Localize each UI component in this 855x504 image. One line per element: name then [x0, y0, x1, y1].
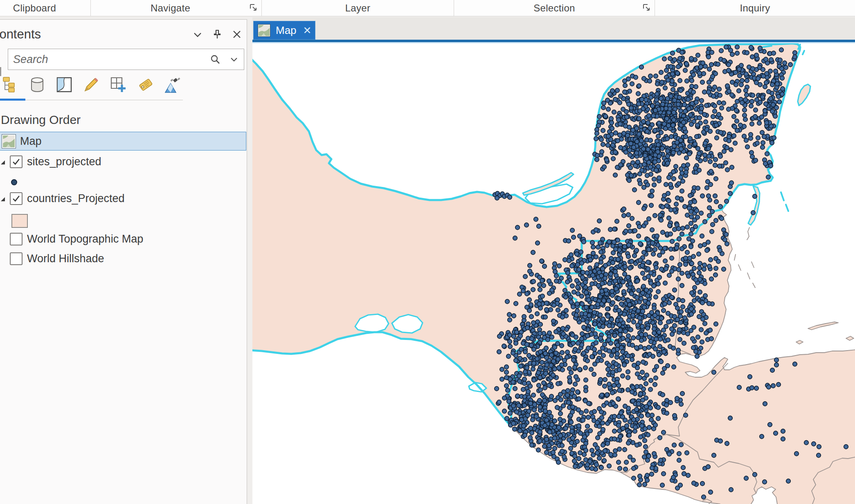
map-tab-label: Map [276, 24, 297, 37]
contents-toolbar [0, 75, 182, 97]
ribbon-group-label: Navigate [151, 2, 190, 14]
active-tab-underline [0, 99, 25, 101]
list-by-selection-icon[interactable] [55, 75, 74, 94]
ribbon-group-clipboard: Clipboard [0, 0, 91, 16]
layer-symbol-row-point[interactable] [0, 174, 247, 190]
list-by-drawing-order-icon[interactable] [1, 75, 20, 94]
map-viewport[interactable] [252, 43, 855, 504]
ribbon-group-inquiry: Inquiry [655, 0, 855, 16]
list-by-perspective-icon[interactable] [163, 75, 182, 94]
pane-title: Contents [0, 27, 41, 42]
map-canvas[interactable] [252, 43, 855, 504]
dialog-launcher-icon[interactable] [249, 3, 258, 12]
map-tab-thumbnail-icon [258, 24, 270, 37]
layer-label: sites_projected [27, 155, 101, 168]
search-input[interactable]: Search [8, 53, 209, 66]
layer-row-world-hillshade[interactable]: World Hillshade [0, 251, 247, 266]
bay-islands[interactable] [796, 322, 854, 344]
map-tab-close-icon[interactable]: ✕ [303, 25, 312, 36]
map-tab-strip: Map ✕ [252, 17, 855, 40]
list-by-data-source-icon[interactable] [28, 75, 47, 94]
layer-label: Map [20, 135, 42, 148]
ribbon: Clipboard Navigate Layer Selection Inqui… [0, 0, 855, 16]
cropped-edge-artifact [0, 67, 1, 76]
layer-row-world-topographic-map[interactable]: World Topographic Map [0, 231, 247, 247]
ribbon-group-label: Layer [345, 2, 371, 14]
map-thumbnail-icon [2, 134, 16, 148]
dialog-launcher-icon[interactable] [642, 3, 651, 12]
layer-checkbox-unchecked[interactable] [10, 233, 22, 245]
layer-label: countries_Projected [27, 192, 125, 205]
layer-row-countries-projected[interactable]: countries_Projected [0, 191, 247, 206]
toolbar-underline [25, 100, 183, 100]
ribbon-group-layer: Layer [262, 0, 454, 16]
ribbon-group-label: Inquiry [740, 2, 770, 14]
layer-checkbox-checked[interactable] [10, 155, 22, 168]
contents-pane-header: Contents [0, 20, 247, 44]
layer-row-sites-projected[interactable]: sites_projected [0, 154, 247, 169]
layer-label: World Hillshade [27, 252, 104, 265]
expander-triangle-icon[interactable] [0, 160, 6, 165]
list-by-editing-icon[interactable] [82, 75, 101, 94]
expander-triangle-icon[interactable] [0, 196, 6, 202]
layer-checkbox-checked[interactable] [10, 192, 22, 205]
pane-collapse-chevron-icon[interactable] [192, 29, 203, 40]
contents-pane: Contents Search [0, 19, 247, 504]
list-by-labeling-icon[interactable] [136, 75, 155, 94]
pane-close-icon[interactable] [231, 29, 243, 40]
pane-pin-icon[interactable] [212, 29, 223, 40]
ribbon-group-label: Selection [533, 2, 575, 14]
fill-symbol-swatch[interactable] [11, 214, 28, 228]
layer-label: World Topographic Map [27, 233, 143, 245]
search-options-chevron-icon[interactable] [228, 54, 240, 65]
list-by-snapping-icon[interactable] [109, 75, 128, 94]
ribbon-group-navigate: Navigate [91, 0, 262, 16]
search-icon[interactable] [209, 54, 221, 65]
point-symbol-swatch[interactable] [11, 179, 17, 185]
layer-symbol-row-fill[interactable] [0, 211, 247, 231]
map-view-tab[interactable]: Map ✕ [253, 21, 315, 40]
layer-checkbox-unchecked[interactable] [10, 252, 22, 265]
layer-row-map[interactable]: Map [0, 132, 246, 151]
search-box[interactable]: Search [8, 49, 244, 70]
ribbon-group-label: Clipboard [13, 2, 56, 14]
ribbon-group-selection: Selection [454, 0, 655, 16]
drawing-order-heading: Drawing Order [1, 113, 81, 127]
